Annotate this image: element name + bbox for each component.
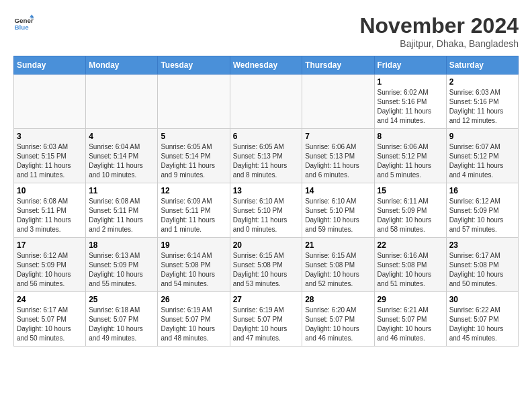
day-number: 2 <box>449 77 515 87</box>
day-number: 7 <box>305 132 371 141</box>
day-cell: 8Sunrise: 6:06 AM Sunset: 5:12 PM Daylig… <box>374 129 446 183</box>
day-cell: 16Sunrise: 6:12 AM Sunset: 5:09 PM Dayli… <box>446 183 518 238</box>
day-cell <box>14 75 86 129</box>
day-number: 20 <box>233 240 300 250</box>
day-info: Sunrise: 6:21 AM Sunset: 5:07 PM Dayligh… <box>378 306 443 343</box>
day-info: Sunrise: 6:13 AM Sunset: 5:09 PM Dayligh… <box>89 251 154 289</box>
week-row-4: 17Sunrise: 6:12 AM Sunset: 5:09 PM Dayli… <box>14 238 519 292</box>
day-number: 24 <box>17 295 83 304</box>
day-cell: 7Sunrise: 6:06 AM Sunset: 5:13 PM Daylig… <box>302 129 374 183</box>
day-number: 22 <box>378 240 443 250</box>
day-cell: 21Sunrise: 6:15 AM Sunset: 5:08 PM Dayli… <box>302 238 374 292</box>
day-info: Sunrise: 6:09 AM Sunset: 5:11 PM Dayligh… <box>161 197 226 234</box>
day-info: Sunrise: 6:14 AM Sunset: 5:08 PM Dayligh… <box>161 251 226 289</box>
day-number: 27 <box>233 295 300 304</box>
col-header-saturday: Saturday <box>446 56 518 75</box>
day-cell: 26Sunrise: 6:19 AM Sunset: 5:07 PM Dayli… <box>158 292 230 347</box>
day-info: Sunrise: 6:20 AM Sunset: 5:07 PM Dayligh… <box>305 306 371 343</box>
day-cell: 5Sunrise: 6:05 AM Sunset: 5:14 PM Daylig… <box>158 129 230 183</box>
day-number: 1 <box>378 77 443 87</box>
location-subtitle: Bajitpur, Dhaka, Bangladesh <box>359 38 519 49</box>
day-number: 14 <box>305 186 371 195</box>
day-info: Sunrise: 6:22 AM Sunset: 5:07 PM Dayligh… <box>449 306 515 343</box>
day-cell: 10Sunrise: 6:08 AM Sunset: 5:11 PM Dayli… <box>14 183 86 238</box>
day-number: 10 <box>17 186 83 195</box>
col-header-sunday: Sunday <box>14 56 86 75</box>
calendar-header-row: SundayMondayTuesdayWednesdayThursdayFrid… <box>14 56 519 75</box>
calendar-table: SundayMondayTuesdayWednesdayThursdayFrid… <box>13 56 519 347</box>
day-info: Sunrise: 6:02 AM Sunset: 5:16 PM Dayligh… <box>378 88 443 126</box>
col-header-thursday: Thursday <box>302 56 374 75</box>
day-cell: 18Sunrise: 6:13 AM Sunset: 5:09 PM Dayli… <box>86 238 158 292</box>
col-header-monday: Monday <box>86 56 158 75</box>
day-info: Sunrise: 6:17 AM Sunset: 5:07 PM Dayligh… <box>17 306 83 343</box>
day-cell: 24Sunrise: 6:17 AM Sunset: 5:07 PM Dayli… <box>14 292 86 347</box>
day-cell: 11Sunrise: 6:08 AM Sunset: 5:11 PM Dayli… <box>86 183 158 238</box>
day-cell: 15Sunrise: 6:11 AM Sunset: 5:09 PM Dayli… <box>374 183 446 238</box>
day-cell: 13Sunrise: 6:10 AM Sunset: 5:10 PM Dayli… <box>230 183 302 238</box>
day-number: 21 <box>305 240 371 250</box>
svg-text:General: General <box>15 17 34 24</box>
day-info: Sunrise: 6:15 AM Sunset: 5:08 PM Dayligh… <box>233 251 300 289</box>
day-number: 15 <box>378 186 443 195</box>
day-info: Sunrise: 6:03 AM Sunset: 5:15 PM Dayligh… <box>17 142 83 180</box>
day-info: Sunrise: 6:08 AM Sunset: 5:11 PM Dayligh… <box>89 197 154 234</box>
day-info: Sunrise: 6:11 AM Sunset: 5:09 PM Dayligh… <box>378 197 443 234</box>
day-cell <box>86 75 158 129</box>
month-title: November 2024 <box>359 13 519 38</box>
day-info: Sunrise: 6:19 AM Sunset: 5:07 PM Dayligh… <box>161 306 226 343</box>
week-row-3: 10Sunrise: 6:08 AM Sunset: 5:11 PM Dayli… <box>14 183 519 238</box>
day-cell: 28Sunrise: 6:20 AM Sunset: 5:07 PM Dayli… <box>302 292 374 347</box>
day-cell: 27Sunrise: 6:19 AM Sunset: 5:07 PM Dayli… <box>230 292 302 347</box>
day-number: 18 <box>89 240 154 250</box>
col-header-wednesday: Wednesday <box>230 56 302 75</box>
day-cell <box>158 75 230 129</box>
day-number: 9 <box>449 132 515 141</box>
week-row-2: 3Sunrise: 6:03 AM Sunset: 5:15 PM Daylig… <box>14 129 519 183</box>
day-info: Sunrise: 6:16 AM Sunset: 5:08 PM Dayligh… <box>378 251 443 289</box>
day-cell: 17Sunrise: 6:12 AM Sunset: 5:09 PM Dayli… <box>14 238 86 292</box>
day-cell: 20Sunrise: 6:15 AM Sunset: 5:08 PM Dayli… <box>230 238 302 292</box>
day-cell: 23Sunrise: 6:17 AM Sunset: 5:08 PM Dayli… <box>446 238 518 292</box>
day-number: 11 <box>89 186 154 195</box>
day-number: 3 <box>17 132 83 141</box>
day-number: 17 <box>17 240 83 250</box>
day-number: 8 <box>378 132 443 141</box>
logo: General Blue <box>13 13 34 34</box>
day-cell: 22Sunrise: 6:16 AM Sunset: 5:08 PM Dayli… <box>374 238 446 292</box>
day-number: 26 <box>161 295 226 304</box>
day-info: Sunrise: 6:12 AM Sunset: 5:09 PM Dayligh… <box>449 197 515 234</box>
day-info: Sunrise: 6:03 AM Sunset: 5:16 PM Dayligh… <box>449 88 515 126</box>
title-block: November 2024 Bajitpur, Dhaka, Banglades… <box>359 13 519 49</box>
day-info: Sunrise: 6:04 AM Sunset: 5:14 PM Dayligh… <box>89 142 154 180</box>
day-cell: 25Sunrise: 6:18 AM Sunset: 5:07 PM Dayli… <box>86 292 158 347</box>
day-info: Sunrise: 6:06 AM Sunset: 5:13 PM Dayligh… <box>305 142 371 180</box>
day-cell: 9Sunrise: 6:07 AM Sunset: 5:12 PM Daylig… <box>446 129 518 183</box>
day-number: 28 <box>305 295 371 304</box>
day-cell <box>230 75 302 129</box>
logo-icon: General Blue <box>13 13 34 34</box>
day-number: 19 <box>161 240 226 250</box>
day-info: Sunrise: 6:18 AM Sunset: 5:07 PM Dayligh… <box>89 306 154 343</box>
day-cell: 3Sunrise: 6:03 AM Sunset: 5:15 PM Daylig… <box>14 129 86 183</box>
day-info: Sunrise: 6:12 AM Sunset: 5:09 PM Dayligh… <box>17 251 83 289</box>
day-number: 12 <box>161 186 226 195</box>
day-number: 30 <box>449 295 515 304</box>
col-header-tuesday: Tuesday <box>158 56 230 75</box>
day-info: Sunrise: 6:10 AM Sunset: 5:10 PM Dayligh… <box>233 197 300 234</box>
day-cell: 6Sunrise: 6:05 AM Sunset: 5:13 PM Daylig… <box>230 129 302 183</box>
day-number: 5 <box>161 132 226 141</box>
day-info: Sunrise: 6:05 AM Sunset: 5:14 PM Dayligh… <box>161 142 226 180</box>
day-info: Sunrise: 6:05 AM Sunset: 5:13 PM Dayligh… <box>233 142 300 180</box>
day-number: 25 <box>89 295 154 304</box>
day-number: 4 <box>89 132 154 141</box>
day-number: 29 <box>378 295 443 304</box>
day-cell: 12Sunrise: 6:09 AM Sunset: 5:11 PM Dayli… <box>158 183 230 238</box>
day-info: Sunrise: 6:15 AM Sunset: 5:08 PM Dayligh… <box>305 251 371 289</box>
day-cell: 1Sunrise: 6:02 AM Sunset: 5:16 PM Daylig… <box>374 75 446 129</box>
day-cell: 19Sunrise: 6:14 AM Sunset: 5:08 PM Dayli… <box>158 238 230 292</box>
day-number: 6 <box>233 132 300 141</box>
day-info: Sunrise: 6:07 AM Sunset: 5:12 PM Dayligh… <box>449 142 515 180</box>
day-number: 13 <box>233 186 300 195</box>
day-info: Sunrise: 6:19 AM Sunset: 5:07 PM Dayligh… <box>233 306 300 343</box>
